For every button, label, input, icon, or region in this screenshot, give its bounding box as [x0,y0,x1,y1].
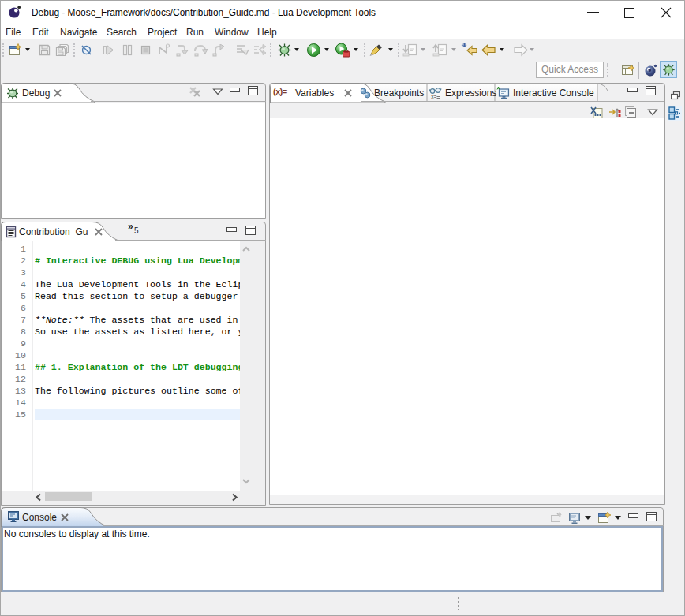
svg-text:x=: x= [431,94,436,99]
